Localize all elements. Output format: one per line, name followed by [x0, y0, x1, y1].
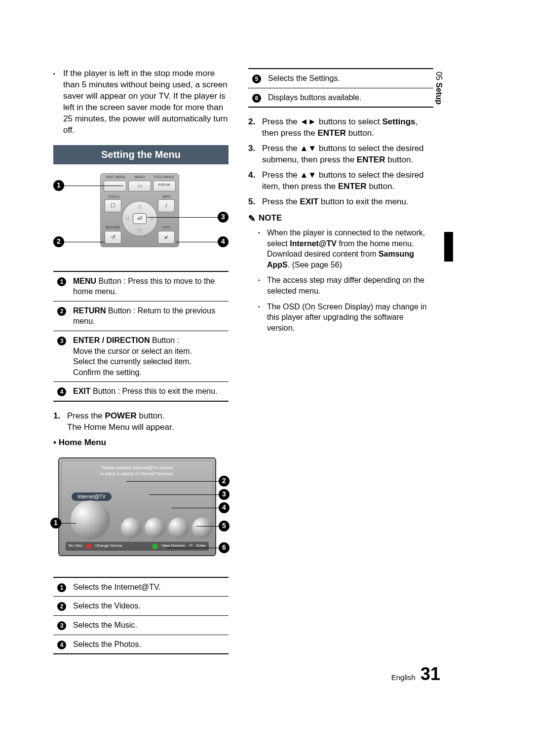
chapter-label: Setup	[435, 82, 443, 104]
step-4: 4. Press the ▲▼ buttons to select the de…	[248, 170, 433, 192]
up-arrow-icon: △	[138, 203, 142, 210]
home-menu-diagram: Please activate Internet@TV service to e…	[53, 454, 228, 567]
intro-text: If the player is left in the stop mode m…	[63, 68, 228, 136]
tools-button: ☐	[105, 199, 121, 212]
step-5: 5. Press the EXIT button to exit the men…	[248, 196, 433, 208]
callout-4: 4	[218, 236, 228, 247]
home-callout-table: 1Selects the Internet@TV. 2Selects the V…	[53, 577, 228, 654]
menu-button: ▭	[128, 181, 151, 191]
internet-tv-pill: Internet@TV	[72, 492, 112, 501]
footer-language: English	[391, 673, 416, 682]
enter-button: ⏎	[133, 213, 147, 224]
remote-body: DISC MENU MENU TITLE MENU ▭ POPUP TOOLS …	[100, 173, 179, 247]
table-row: 1 MENU Button : Press this to move to th…	[53, 271, 228, 302]
tv-footer-bar: No Disc Change Device View Devices ⏎ Ent…	[66, 542, 209, 551]
right-mini-table: 5Selects the Settings. 6Displays buttons…	[248, 68, 433, 108]
step-3: 3. Press the ▲▼ buttons to select the de…	[248, 143, 433, 166]
green-key-icon	[152, 544, 157, 549]
hcallout-1: 1	[50, 518, 61, 529]
footer-page-number: 31	[420, 662, 440, 686]
table-row: 6Displays buttons available.	[248, 88, 433, 107]
callout-3: 3	[218, 212, 228, 223]
orb-settings	[192, 518, 213, 538]
orb-photos	[168, 518, 189, 538]
table-row: 5Selects the Settings.	[248, 69, 433, 88]
chapter-side-tab: 05 Setup	[433, 72, 444, 105]
remote-diagram: DISC MENU MENU TITLE MENU ▭ POPUP TOOLS …	[53, 173, 228, 257]
hcallout-5: 5	[219, 521, 229, 531]
info-button: i	[158, 199, 175, 212]
table-row: 2Selects the Videos.	[53, 597, 228, 616]
tv-screen: Please activate Internet@TV service to e…	[58, 457, 216, 556]
orb-internet-tv	[71, 500, 110, 540]
table-row: 3Selects the Music.	[53, 615, 228, 635]
hcallout-6: 6	[219, 542, 229, 553]
direction-pad: △ ▽ ◁ ▷ ⏎	[122, 201, 157, 236]
exit-button: ⸙	[158, 231, 175, 244]
left-arrow-icon: ◁	[125, 215, 129, 222]
callout-2: 2	[53, 236, 64, 247]
remote-callout-table: 1 MENU Button : Press this to move to th…	[53, 271, 228, 402]
note-heading: ✎ NOTE	[248, 213, 433, 225]
table-row: 4 EXIT Button : Press this to exit the m…	[53, 382, 228, 401]
table-row: 1Selects the Internet@TV.	[53, 577, 228, 597]
table-row: 4Selects the Photos.	[53, 635, 228, 654]
hcallout-2: 2	[219, 476, 229, 487]
chapter-number: 05	[435, 72, 443, 80]
down-arrow-icon: ▽	[138, 227, 142, 234]
home-menu-heading: Home Menu	[53, 437, 228, 449]
right-arrow-icon: ▷	[151, 215, 154, 222]
page-footer: English 31	[391, 662, 440, 686]
bullet-icon: ▪	[53, 68, 59, 136]
disc-menu-button	[104, 181, 126, 191]
red-key-icon	[86, 544, 91, 549]
orb-videos	[121, 518, 142, 538]
hcallout-3: 3	[219, 489, 229, 500]
intro-bullet: ▪ If the player is left in the stop mode…	[53, 68, 228, 136]
note-item: ▪ When the player is connected to the ne…	[258, 227, 433, 270]
table-row: 2 RETURN Button : Return to the previous…	[53, 301, 228, 331]
section-title: Setting the Menu	[53, 145, 228, 164]
note-item: ▪The OSD (On Screen Display) may change …	[258, 302, 433, 334]
orb-music	[145, 518, 165, 538]
return-button: ↺	[105, 231, 121, 244]
popup-button: POPUP	[153, 181, 176, 191]
table-row: 3 ENTER / DIRECTION Button : Move the cu…	[53, 331, 228, 382]
thumb-tab	[444, 232, 453, 262]
note-icon: ✎	[248, 213, 256, 225]
callout-1: 1	[53, 180, 64, 191]
step-1: 1. Press the POWER button. The Home Menu…	[53, 411, 228, 433]
note-item: ▪The access step may differ depending on…	[258, 275, 433, 296]
step-2: 2. Press the ◄► buttons to select Settin…	[248, 116, 433, 139]
hcallout-4: 4	[219, 502, 229, 513]
